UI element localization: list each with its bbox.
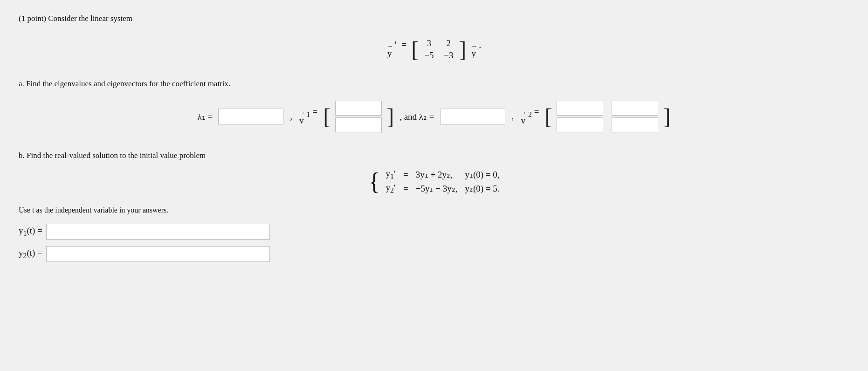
matrix-r2c1: −5 <box>423 50 434 61</box>
part-b-label: b. Find the real-valued solution to the … <box>19 151 849 160</box>
use-t-note: Use t as the independent variable in you… <box>19 206 849 214</box>
v1-r1-input[interactable] <box>335 101 382 116</box>
y1-answer-row: y1(t) = <box>19 224 849 240</box>
v1-matrix: [ ] <box>323 99 394 134</box>
matrix-r1c1: 3 <box>423 38 434 48</box>
part-a-content: λ₁ = , → v 1 = [ ] , and λ₂ = , → v 2 = <box>19 99 849 134</box>
lambda2-input[interactable] <box>440 109 505 124</box>
coefficient-matrix: [ 3 2 −5 −3 ] <box>411 36 466 62</box>
matrix-r1c2: 2 <box>443 38 454 48</box>
v2-r1b-input[interactable] <box>612 101 658 116</box>
left-brace: { <box>368 170 380 194</box>
ivp-grid: y1′ = 3y₁ + 2y₂, y₁(0) = 0, y2′ = −5y₁ −… <box>386 169 499 195</box>
v2-r1-input[interactable] <box>557 101 603 116</box>
ivp-system: { y1′ = 3y₁ + 2y₂, y₁(0) = 0, y2′ = −5y₁… <box>19 169 849 195</box>
part-a-label: a. Find the eigenvalues and eigenvectors… <box>19 79 849 89</box>
lambda1-label: λ₁ = <box>198 111 213 122</box>
v1-comma: , <box>290 111 292 122</box>
v2-r2-input[interactable] <box>557 117 603 132</box>
vec-y: → y <box>471 42 476 59</box>
system-equation: → y ′ = [ 3 2 −5 −3 ] → y . <box>19 36 849 62</box>
problem-header: (1 point) Consider the linear system <box>19 14 849 23</box>
v1-label: → v 1 = <box>299 107 317 126</box>
ivp-eq-1: = <box>403 170 408 180</box>
system-lhs: → y ′ = <box>387 40 407 59</box>
bracket-left: [ <box>411 36 419 62</box>
lambda1-input[interactable] <box>218 109 283 124</box>
y2-answer-input[interactable] <box>46 246 270 262</box>
bracket-right: ] <box>459 36 466 62</box>
ivp-ic-2: y₂(0) = 5. <box>465 183 499 194</box>
ivp-ic-1: y₁(0) = 0, <box>465 169 499 180</box>
v2-comma: , <box>512 111 514 122</box>
y2-label: y2(t) = <box>19 248 42 260</box>
ivp-eq-2: = <box>403 184 408 194</box>
matrix-r2c2: −3 <box>443 50 454 61</box>
v2-r2b-input[interactable] <box>612 117 658 132</box>
and-lambda2-label: , and λ₂ = <box>400 111 434 122</box>
vec-y-prime: → y <box>387 42 393 59</box>
ivp-rhs-1: 3y₁ + 2y₂, <box>416 169 458 180</box>
y1-label: y1(t) = <box>19 226 42 238</box>
ivp-lhs-1: y1′ <box>386 169 396 181</box>
y1-answer-input[interactable] <box>46 224 270 240</box>
header-title: (1 point) Consider the linear system <box>19 14 132 23</box>
ivp-rhs-2: −5y₁ − 3y₂, <box>416 183 458 194</box>
y2-answer-row: y2(t) = <box>19 246 849 262</box>
v1-r2-input[interactable] <box>335 117 382 132</box>
system-rhs: → y . <box>471 40 481 59</box>
ivp-lhs-2: y2′ <box>386 183 396 195</box>
v2-label: → v 2 = <box>520 107 539 126</box>
v2-matrix: [ ] <box>544 99 670 134</box>
